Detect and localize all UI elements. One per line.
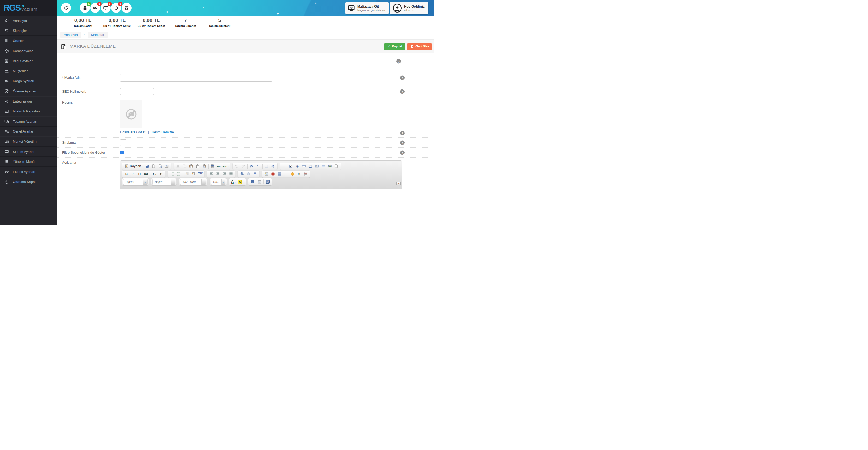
text-field-icon[interactable] (301, 163, 307, 169)
redo-icon[interactable] (240, 163, 247, 169)
page-break-icon[interactable] (302, 171, 309, 177)
hidden-field-icon[interactable] (333, 163, 340, 169)
about-icon[interactable]: ? (265, 179, 271, 185)
print-icon[interactable] (209, 163, 216, 169)
sync-button[interactable] (61, 3, 71, 13)
sidebar-item-genel-ayarlar[interactable]: Genel Ayarlar (0, 127, 57, 137)
sidebar-item-odeme-ayarlari[interactable]: Ödeme Ayarları (0, 86, 57, 96)
bg-color-button[interactable]: A ▼ (237, 179, 245, 185)
breadcrumb-current-link[interactable]: Markalar (88, 32, 108, 38)
size-select[interactable]: Bo...▼ (211, 179, 225, 185)
sidebar-item-istatistik-raporlari[interactable]: İstatistik Raporları (0, 106, 57, 116)
source-button[interactable]: Kaynak (123, 163, 142, 169)
unlink-icon[interactable] (245, 171, 252, 177)
find-icon[interactable] (248, 163, 255, 169)
sidebar-item-kargo-ayarlari[interactable]: Kargo Ayarları (0, 76, 57, 86)
strike-icon[interactable]: abc (143, 171, 149, 177)
help-icon[interactable]: ? (400, 131, 404, 135)
image-icon[interactable] (263, 171, 270, 177)
align-right-icon[interactable] (221, 171, 227, 177)
align-left-icon[interactable] (208, 171, 215, 177)
outdent-icon[interactable] (184, 171, 190, 177)
orders-button[interactable]: 5 (80, 3, 90, 13)
messages-button[interactable]: 0 (90, 3, 100, 13)
help-icon[interactable]: ? (400, 89, 404, 94)
help-icon[interactable]: ? (400, 150, 404, 155)
copy-icon[interactable] (181, 163, 188, 169)
refresh-button[interactable]: 0 (111, 3, 121, 13)
new-page-icon[interactable] (151, 163, 157, 169)
sidebar-item-musteriler[interactable]: Müşteriler (0, 66, 57, 76)
form-icon[interactable] (281, 163, 288, 169)
link-icon[interactable] (239, 171, 245, 177)
sidebar-item-bilgi-sayfalari[interactable]: Bilgi Sayfaları (0, 56, 57, 66)
paste-text-icon[interactable] (194, 163, 201, 169)
select-all-icon[interactable] (263, 163, 270, 169)
align-justify-icon[interactable] (227, 171, 234, 177)
numbered-list-icon[interactable] (169, 171, 175, 177)
browse-files-link[interactable]: Dosyalara Gözat (120, 130, 145, 134)
templates-icon[interactable] (164, 163, 170, 169)
sidebar-item-oturumu-kapat[interactable]: Oturumu Kapat (0, 177, 57, 187)
select-field-icon[interactable] (314, 163, 320, 169)
help-icon[interactable]: ? (400, 140, 404, 145)
sidebar-item-tasarim-ayarlari[interactable]: Tasarım Ayarları (0, 116, 57, 127)
sidebar-item-siparisler[interactable]: Siparişler (0, 26, 57, 36)
superscript-icon[interactable]: X² (158, 171, 164, 177)
smiley-icon[interactable] (289, 171, 296, 177)
remove-format-icon[interactable] (270, 163, 276, 169)
italic-icon[interactable]: I (130, 171, 136, 177)
subscript-icon[interactable]: X₂ (151, 171, 158, 177)
blockquote-icon[interactable]: ”” (197, 171, 203, 177)
format-select[interactable]: Biçim▼ (152, 179, 175, 185)
image-button-icon[interactable] (327, 163, 333, 169)
font-select[interactable]: Yazı Türü▼ (180, 179, 206, 185)
breadcrumb-home-link[interactable]: Anasayfa (60, 32, 81, 38)
store-button[interactable] (122, 3, 131, 13)
textarea-icon[interactable] (307, 163, 314, 169)
text-color-button[interactable]: A ▼ (230, 179, 237, 185)
bold-icon[interactable]: B (123, 171, 130, 177)
spellcheck-icon[interactable]: ABC (216, 163, 222, 169)
save-button[interactable]: ✓ Kaydet (384, 43, 405, 50)
paste-word-icon[interactable] (201, 163, 208, 169)
help-icon[interactable]: ? (400, 75, 404, 80)
flash-icon[interactable] (270, 171, 276, 177)
help-icon[interactable]: ? (396, 59, 401, 64)
back-button[interactable]: Geri Dön (407, 43, 432, 50)
undo-icon[interactable] (234, 163, 240, 169)
sort-order-input[interactable] (120, 139, 126, 146)
cut-icon[interactable] (175, 163, 181, 169)
editor-content[interactable] (122, 190, 400, 225)
scayt-icon[interactable]: ABC (222, 163, 229, 169)
brand-name-input[interactable] (120, 74, 272, 82)
checkbox-icon[interactable] (288, 163, 294, 169)
indent-icon[interactable] (190, 171, 197, 177)
maximize-icon[interactable] (249, 179, 256, 185)
sidebar-item-entegrasyon[interactable]: Entegrasyon (0, 96, 57, 106)
sidebar-item-sistem-ayarlari[interactable]: Sistem Ayarları (0, 147, 57, 157)
radio-icon[interactable]: ◉ (294, 163, 301, 169)
clear-image-link[interactable]: Resmi Temizle (152, 130, 174, 134)
show-blocks-icon[interactable] (256, 179, 262, 185)
user-menu[interactable]: Hoş Geldiniz admin▼ (390, 2, 428, 14)
app-logo[interactable]: RGS V6 yazılım (0, 0, 57, 15)
filter-option-checkbox[interactable]: ✓ (120, 151, 124, 154)
sidebar-item-market-yonetimi[interactable]: Market Yönetimi (0, 136, 57, 147)
paste-icon[interactable] (188, 163, 194, 169)
style-select[interactable]: Biçem▼ (123, 179, 148, 185)
toolbar-collapse-button[interactable]: ▲ (396, 182, 401, 186)
replace-icon[interactable] (255, 163, 261, 169)
bulleted-list-icon[interactable] (175, 171, 182, 177)
comments-button[interactable]: 0 (101, 3, 111, 13)
underline-icon[interactable]: U (136, 171, 143, 177)
button-icon[interactable] (320, 163, 327, 169)
sidebar-item-kampanyalar[interactable]: Kampanyalar (0, 46, 57, 56)
sidebar-item-anasayfa[interactable]: Anasayfa (0, 15, 57, 26)
special-char-icon[interactable]: Ω (296, 171, 302, 177)
align-center-icon[interactable] (215, 171, 221, 177)
sidebar-item-urunler[interactable]: Ürünler (0, 36, 57, 46)
anchor-icon[interactable] (252, 171, 258, 177)
hr-icon[interactable] (283, 171, 289, 177)
save-icon[interactable] (144, 163, 151, 169)
